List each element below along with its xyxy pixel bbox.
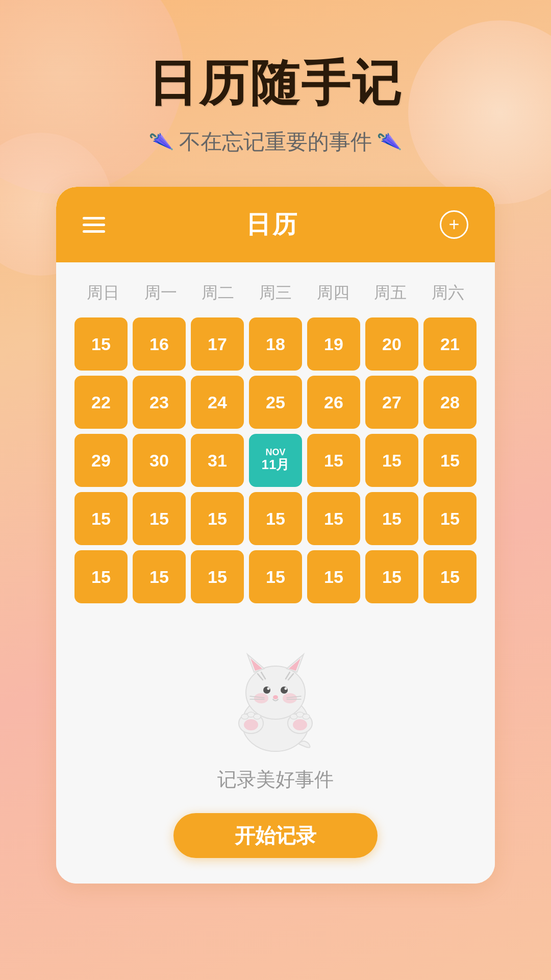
menu-button[interactable] bbox=[83, 217, 105, 233]
date-cell[interactable]: 15 bbox=[365, 434, 418, 487]
date-cell[interactable]: 15 bbox=[307, 492, 360, 545]
calendar-title: 日历 bbox=[246, 208, 299, 241]
date-cell[interactable]: 24 bbox=[191, 376, 244, 429]
date-cell[interactable]: 15 bbox=[74, 550, 128, 603]
weekday-row: 周日 周一 周二 周三 周四 周五 周六 bbox=[74, 278, 477, 308]
date-cell[interactable]: 15 bbox=[249, 492, 302, 545]
app-title: 日历随手记 bbox=[148, 51, 403, 117]
weekday-sat: 周六 bbox=[419, 278, 477, 308]
calendar-card: 日历 + 周日 周一 周二 周三 周四 周五 周六 15161718192021… bbox=[56, 187, 495, 884]
svg-point-30 bbox=[303, 714, 310, 719]
date-cell[interactable]: 15 bbox=[365, 492, 418, 545]
date-cell[interactable]: 16 bbox=[133, 317, 186, 371]
date-cell[interactable]: 26 bbox=[307, 376, 360, 429]
date-cell[interactable]: 15 bbox=[365, 550, 418, 603]
date-cell[interactable]: 15 bbox=[133, 492, 186, 545]
date-cell[interactable]: 17 bbox=[191, 317, 244, 371]
date-cell[interactable]: NOV11月 bbox=[249, 434, 302, 487]
date-cell[interactable]: 28 bbox=[423, 376, 477, 429]
date-cell[interactable]: 21 bbox=[423, 317, 477, 371]
date-cell[interactable]: 15 bbox=[423, 492, 477, 545]
weekday-fri: 周五 bbox=[362, 278, 419, 308]
menu-line-2 bbox=[83, 224, 105, 226]
svg-point-10 bbox=[263, 687, 270, 694]
menu-line-3 bbox=[83, 230, 105, 233]
app-subtitle-text: 不在忘记重要的事件 bbox=[179, 128, 372, 156]
date-cell[interactable]: 15 bbox=[307, 550, 360, 603]
weekday-wed: 周三 bbox=[247, 278, 305, 308]
calendar-body: 周日 周一 周二 周三 周四 周五 周六 1516171819202122232… bbox=[56, 262, 495, 624]
weekday-tue: 周二 bbox=[189, 278, 247, 308]
svg-point-15 bbox=[254, 693, 268, 703]
record-text: 记录美好事件 bbox=[217, 767, 334, 793]
date-cell[interactable]: 15 bbox=[423, 550, 477, 603]
lightning-right-icon: 🌂 bbox=[377, 129, 403, 154]
date-cell[interactable]: 31 bbox=[191, 434, 244, 487]
svg-point-16 bbox=[283, 693, 297, 703]
calendar-header: 日历 + bbox=[56, 187, 495, 262]
weekday-mon: 周一 bbox=[132, 278, 190, 308]
svg-point-1 bbox=[246, 666, 305, 719]
date-cell[interactable]: 25 bbox=[249, 376, 302, 429]
svg-point-11 bbox=[281, 687, 288, 694]
lightning-left-icon: 🌂 bbox=[148, 129, 175, 154]
date-cell[interactable]: 15 bbox=[423, 434, 477, 487]
weekday-sun: 周日 bbox=[74, 278, 132, 308]
start-record-button[interactable]: 开始记录 bbox=[173, 813, 378, 858]
date-cell[interactable]: 15 bbox=[307, 434, 360, 487]
svg-point-13 bbox=[285, 688, 287, 690]
svg-point-14 bbox=[273, 695, 278, 699]
date-cell[interactable]: 23 bbox=[133, 376, 186, 429]
date-cell[interactable]: 29 bbox=[74, 434, 128, 487]
dates-grid: 1516171819202122232425262728293031NOV11月… bbox=[74, 317, 477, 603]
app-subtitle-row: 🌂 不在忘记重要的事件 🌂 bbox=[150, 128, 401, 156]
date-cell[interactable]: 15 bbox=[133, 550, 186, 603]
plus-icon: + bbox=[448, 214, 459, 235]
date-cell[interactable]: 18 bbox=[249, 317, 302, 371]
cat-illustration bbox=[219, 644, 332, 756]
svg-point-27 bbox=[254, 714, 261, 719]
svg-point-12 bbox=[267, 688, 270, 690]
svg-point-24 bbox=[293, 719, 307, 730]
date-cell[interactable]: 27 bbox=[365, 376, 418, 429]
date-cell[interactable]: 15 bbox=[191, 550, 244, 603]
bottom-section: 记录美好事件 开始记录 bbox=[56, 624, 495, 884]
add-event-button[interactable]: + bbox=[440, 210, 468, 239]
weekday-thu: 周四 bbox=[304, 278, 362, 308]
date-cell[interactable]: 15 bbox=[74, 492, 128, 545]
date-cell[interactable]: 30 bbox=[133, 434, 186, 487]
date-cell[interactable]: 15 bbox=[191, 492, 244, 545]
menu-line-1 bbox=[83, 217, 105, 219]
svg-point-23 bbox=[244, 719, 258, 730]
date-cell[interactable]: 15 bbox=[249, 550, 302, 603]
date-cell[interactable]: 22 bbox=[74, 376, 128, 429]
date-cell[interactable]: 19 bbox=[307, 317, 360, 371]
date-cell[interactable]: 15 bbox=[74, 317, 128, 371]
date-cell[interactable]: 20 bbox=[365, 317, 418, 371]
